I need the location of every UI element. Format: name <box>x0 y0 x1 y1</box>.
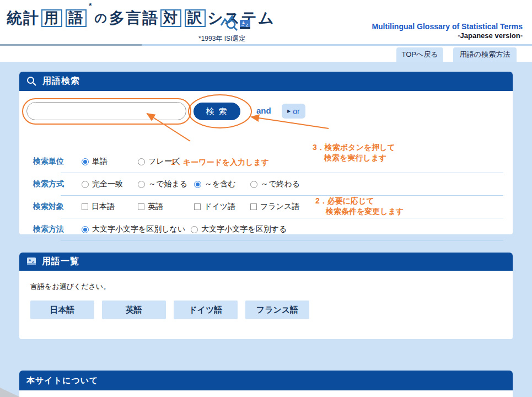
about-site-panel-body <box>19 390 513 397</box>
language-button[interactable]: 日本語 <box>30 301 94 319</box>
english-title: Multilingual Glossary of Statistical Ter… <box>372 22 523 31</box>
radio-option[interactable]: ～で終わる <box>250 179 301 189</box>
search-option-rows: 検索単位単語フレーズ検索方式完全一致～で始まる～を含む～で終わる検索対象日本語英… <box>33 151 506 241</box>
radio-option[interactable]: ～を含む <box>194 179 245 189</box>
language-button[interactable]: ドイツ語 <box>174 301 238 319</box>
radio-option[interactable]: 単語 <box>82 157 132 167</box>
radio-control[interactable] <box>138 181 145 188</box>
checkbox-control[interactable] <box>250 203 257 210</box>
row-label: 検索方式 <box>33 179 82 189</box>
radio-control[interactable] <box>82 226 89 233</box>
svg-text:Z: Z <box>32 260 35 264</box>
checkbox-option[interactable]: 日本語 <box>82 202 132 212</box>
row-label: 検索単位 <box>33 157 82 167</box>
option-label: 英語 <box>148 202 163 212</box>
term-list-panel-body: 言語をお選びください。 日本語英語ドイツ語フランス語 <box>19 271 513 339</box>
search-icon <box>26 76 37 87</box>
search-option-row: 検索対象日本語英語ドイツ語フランス語 <box>33 196 506 218</box>
search-option-row: 検索単位単語フレーズ <box>33 151 506 173</box>
option-label: ～で始まる <box>148 179 187 189</box>
dictionary-book-icon: A Z <box>26 257 36 266</box>
isi-footnote: *1993年 ISI選定 <box>198 34 245 44</box>
checkbox-control[interactable] <box>138 203 144 210</box>
english-subtitle: -Japanese version- <box>372 31 523 40</box>
chart-magnifier-icon: A Z <box>219 13 251 35</box>
row-label: 検索対象 <box>33 202 82 212</box>
option-label: フレーズ <box>148 157 180 167</box>
term-search-panel-header: 用語検索 <box>19 72 513 91</box>
page: 統計用語*の多言語対訳システム A Z *1993年 ISI選定 Multili… <box>0 0 532 397</box>
radio-control[interactable] <box>194 181 201 188</box>
option-label: 日本語 <box>92 202 115 212</box>
title-boxed-char: 語 <box>66 9 87 26</box>
about-site-panel: 本サイトについて <box>19 371 513 397</box>
search-option-row: 検索方法大文字小文字を区別しない大文字小文字を区別する <box>33 218 506 240</box>
title-middle: 多言語 <box>109 8 159 29</box>
radio-option[interactable]: フレーズ <box>138 157 189 167</box>
radio-option[interactable]: ～で始まる <box>138 179 189 189</box>
and-label: and <box>256 106 271 115</box>
row-label: 検索方法 <box>33 224 82 234</box>
term-search-panel-body: 検 索 and ▶or 1．キーワードを入力します 3．検索ボタンを押して 検索… <box>19 91 513 234</box>
option-label: フランス語 <box>260 202 299 212</box>
about-site-panel-title: 本サイトについて <box>26 375 98 386</box>
language-button[interactable]: 英語 <box>102 301 166 319</box>
language-button-row: 日本語英語ドイツ語フランス語 <box>30 301 513 319</box>
checkbox-option[interactable]: フランス語 <box>250 202 301 212</box>
radio-option[interactable]: 大文字小文字を区別しない <box>82 224 185 234</box>
dictionary-book-icon: A Z <box>240 20 250 29</box>
radio-control[interactable] <box>82 158 89 165</box>
checkbox-option[interactable]: ドイツ語 <box>194 202 245 212</box>
radio-control[interactable] <box>250 181 257 188</box>
term-search-panel: 用語検索 検 索 and ▶or 1．キーワードを入力します 3．検索ボタンを押… <box>19 72 513 234</box>
tab-top[interactable]: TOPへ戻る <box>396 47 443 62</box>
checkbox-option[interactable]: 英語 <box>138 202 189 212</box>
svg-text:A: A <box>242 21 245 25</box>
radio-control[interactable] <box>191 226 198 233</box>
search-button[interactable]: 検 索 <box>194 103 240 120</box>
option-label: ～を含む <box>205 179 236 189</box>
language-instruction: 言語をお選びください。 <box>30 282 513 292</box>
option-label: 単語 <box>92 157 108 167</box>
checkbox-control[interactable] <box>194 203 201 210</box>
option-label: ドイツ語 <box>204 202 235 212</box>
corner-decoration <box>0 386 20 397</box>
radio-option[interactable]: 完全一致 <box>82 179 132 189</box>
site-header: 統計用語*の多言語対訳システム A Z *1993年 ISI選定 Multili… <box>0 0 532 44</box>
or-toggle-button[interactable]: ▶or <box>282 104 305 119</box>
language-button[interactable]: フランス語 <box>245 301 309 319</box>
triangle-right-icon: ▶ <box>287 109 291 114</box>
title-boxed-char: 用 <box>41 9 62 26</box>
svg-text:Z: Z <box>246 23 249 27</box>
search-option-row: 検索方式完全一致～で始まる～を含む～で終わる <box>33 173 506 195</box>
option-label: 大文字小文字を区別する <box>201 224 287 234</box>
english-title-block: Multilingual Glossary of Statistical Ter… <box>372 22 523 40</box>
title-asterisk: * <box>89 1 93 10</box>
title-prefix: 統計 <box>7 8 40 29</box>
radio-control[interactable] <box>138 158 145 165</box>
radio-control[interactable] <box>82 181 89 188</box>
title-particle: の <box>94 10 108 26</box>
option-label: ～で終わる <box>261 179 300 189</box>
term-list-panel-title: 用語一覧 <box>42 256 79 267</box>
or-label: or <box>293 107 299 116</box>
option-label: 大文字小文字を区別しない <box>92 224 185 234</box>
svg-text:A: A <box>29 259 31 262</box>
tab-band <box>0 46 532 62</box>
term-list-panel-header: A Z 用語一覧 <box>19 253 513 271</box>
title-boxed-char: 訳 <box>185 9 206 26</box>
term-search-panel-title: 用語検索 <box>42 76 80 87</box>
option-label: 完全一致 <box>92 179 123 189</box>
row-divider <box>61 240 503 241</box>
checkbox-control[interactable] <box>82 203 88 210</box>
tab-search-help[interactable]: 用語の検索方法 <box>453 47 517 62</box>
search-input[interactable] <box>26 102 186 120</box>
radio-option[interactable]: 大文字小文字を区別する <box>191 224 287 234</box>
about-site-panel-header: 本サイトについて <box>19 371 513 390</box>
term-list-panel: A Z 用語一覧 言語をお選びください。 日本語英語ドイツ語フランス語 <box>19 253 513 339</box>
title-boxed-char: 対 <box>160 9 181 26</box>
